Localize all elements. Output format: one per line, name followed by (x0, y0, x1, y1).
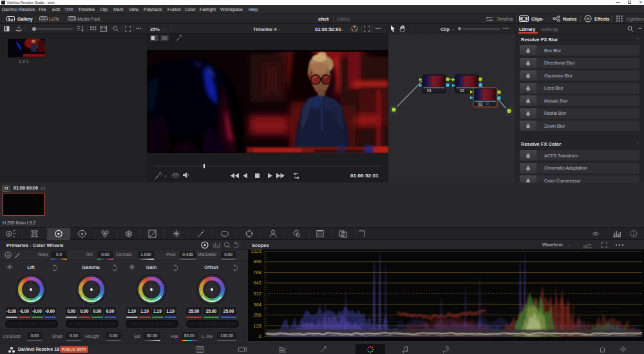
svg-text:0: 0 (259, 333, 261, 339)
svg-text:fx: fx (587, 17, 591, 21)
svg-text:1023: 1023 (251, 250, 261, 254)
svg-text:384: 384 (253, 302, 261, 308)
svg-text:03: 03 (478, 102, 483, 106)
svg-text:01: 01 (427, 88, 432, 93)
svg-text:256: 256 (253, 312, 261, 318)
svg-text:768: 768 (253, 270, 261, 275)
svg-text:A: A (6, 253, 9, 257)
svg-text:128: 128 (253, 323, 261, 329)
svg-text:896: 896 (253, 259, 261, 264)
svg-text:512: 512 (253, 291, 261, 297)
svg-text:02: 02 (460, 88, 465, 93)
svg-text:640: 640 (253, 280, 261, 286)
